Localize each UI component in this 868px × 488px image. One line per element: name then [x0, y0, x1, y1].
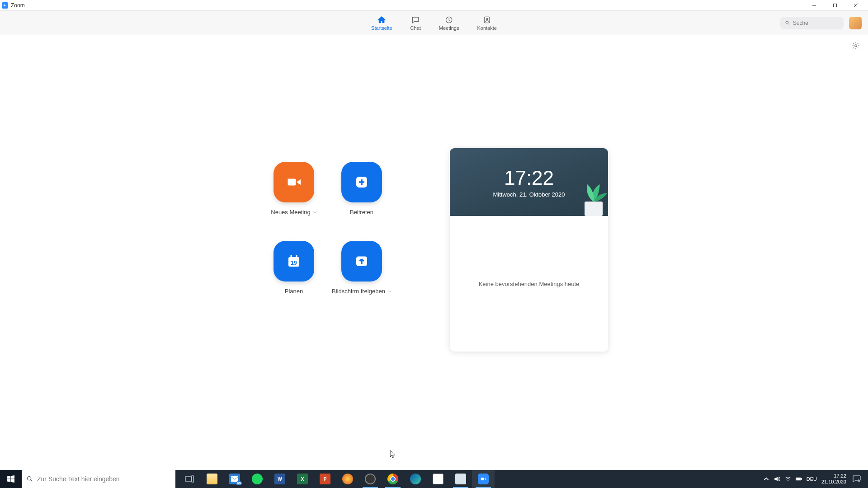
- window-title: Zoom: [11, 2, 25, 9]
- taskbar-search[interactable]: Zur Suche Text hier eingeben: [22, 470, 175, 488]
- share-screen-button[interactable]: [341, 241, 382, 282]
- taskbar-edge[interactable]: [404, 470, 427, 488]
- panel-header: 17:22 Mittwoch, 21. Oktober 2020: [450, 148, 608, 216]
- svg-point-4: [786, 21, 788, 24]
- nav-meetings-label: Meetings: [439, 25, 459, 31]
- taskbar-zoom[interactable]: [472, 470, 495, 488]
- new-meeting-button[interactable]: [274, 162, 314, 202]
- new-meeting-label: Neues Meeting: [271, 209, 310, 216]
- taskbar-powerpoint[interactable]: P: [314, 470, 336, 488]
- action-center-button[interactable]: 1: [851, 475, 864, 483]
- share-screen-label: Bildschirm freigeben: [332, 288, 385, 295]
- start-button[interactable]: [0, 470, 22, 488]
- gear-icon: [852, 42, 860, 50]
- video-icon: [286, 174, 302, 190]
- tile-share-screen: Bildschirm freigeben: [328, 241, 396, 295]
- windows-icon: [7, 475, 14, 483]
- nav-chat[interactable]: Chat: [407, 14, 425, 33]
- schedule-button[interactable]: 19: [274, 241, 314, 282]
- join-button[interactable]: [341, 162, 382, 202]
- taskbar-spotify[interactable]: [246, 470, 269, 488]
- window-titlebar: Zoom: [0, 0, 868, 11]
- nav-chat-label: Chat: [410, 25, 421, 31]
- windows-taskbar: Zur Suche Text hier eingeben 69 W X P: [0, 470, 868, 488]
- chevron-down-icon[interactable]: [313, 211, 317, 214]
- user-avatar[interactable]: [849, 17, 862, 29]
- panel-date: Mittwoch, 21. Oktober 2020: [493, 191, 565, 198]
- zoom-app-icon: [2, 2, 8, 9]
- taskbar-app-1[interactable]: [336, 470, 359, 488]
- no-meetings-message: Keine bevorstehenden Meetings heute: [479, 281, 580, 287]
- svg-rect-13: [192, 476, 193, 482]
- svg-rect-16: [801, 479, 802, 480]
- nav-home-label: Startseite: [371, 25, 392, 31]
- nav-contacts[interactable]: Kontakte: [473, 14, 500, 33]
- search-box[interactable]: [780, 17, 844, 29]
- taskbar-search-placeholder: Zur Suche Text hier eingeben: [37, 475, 120, 483]
- taskbar-app-2[interactable]: [427, 470, 449, 488]
- svg-text:19: 19: [291, 260, 297, 266]
- search-icon: [26, 475, 33, 483]
- share-icon: [354, 253, 370, 269]
- svg-rect-0: [834, 4, 837, 7]
- svg-point-3: [486, 18, 488, 19]
- action-tiles: Neues Meeting Beitreten: [260, 162, 396, 295]
- system-tray[interactable]: [763, 476, 802, 482]
- taskbar-file-explorer[interactable]: [201, 470, 223, 488]
- settings-button[interactable]: [852, 42, 860, 52]
- taskbar-language[interactable]: DEU: [807, 476, 817, 482]
- taskbar-word[interactable]: W: [269, 470, 291, 488]
- battery-icon: [796, 476, 802, 482]
- svg-rect-17: [796, 478, 800, 480]
- join-label: Beitreten: [350, 209, 373, 216]
- nav-home[interactable]: Startseite: [368, 14, 396, 33]
- taskbar-obs[interactable]: [359, 470, 382, 488]
- content-area: Neues Meeting Beitreten: [0, 35, 868, 470]
- svg-rect-12: [185, 477, 191, 481]
- upcoming-panel: 17:22 Mittwoch, 21. Oktober 2020 Keine b…: [450, 148, 608, 352]
- plant-decoration: [576, 175, 608, 216]
- svg-point-5: [855, 45, 857, 47]
- nav-contacts-label: Kontakte: [477, 25, 496, 31]
- mouse-cursor: [390, 450, 395, 458]
- volume-icon: [774, 476, 780, 482]
- taskview-button[interactable]: [178, 470, 201, 488]
- tray-chevron-icon: [763, 476, 769, 482]
- minimize-button[interactable]: [804, 0, 825, 11]
- wifi-icon: [785, 476, 791, 482]
- maximize-button[interactable]: [825, 0, 845, 11]
- taskbar-clock[interactable]: 17:22 21.10.2020: [821, 473, 846, 485]
- nav-meetings[interactable]: Meetings: [435, 14, 463, 33]
- taskbar-mail[interactable]: 69: [223, 470, 246, 488]
- svg-point-11: [28, 477, 31, 480]
- panel-time: 17:22: [504, 167, 554, 189]
- tile-new-meeting: Neues Meeting: [260, 162, 328, 216]
- tile-schedule: 19 Planen: [260, 241, 328, 295]
- taskbar-chrome[interactable]: [382, 470, 404, 488]
- taskbar-app-3[interactable]: [449, 470, 472, 488]
- top-navigation: Startseite Chat Meetings Kontakte: [0, 11, 868, 35]
- search-icon: [785, 20, 790, 26]
- close-button[interactable]: [845, 0, 866, 11]
- plus-icon: [354, 174, 370, 190]
- svg-rect-10: [585, 202, 603, 216]
- chevron-down-icon[interactable]: [388, 290, 392, 293]
- schedule-label: Planen: [285, 288, 303, 295]
- tile-join: Beitreten: [328, 162, 396, 216]
- calendar-icon: 19: [286, 253, 302, 269]
- search-input[interactable]: [793, 20, 839, 26]
- taskview-icon: [185, 475, 194, 483]
- taskbar-excel[interactable]: X: [291, 470, 314, 488]
